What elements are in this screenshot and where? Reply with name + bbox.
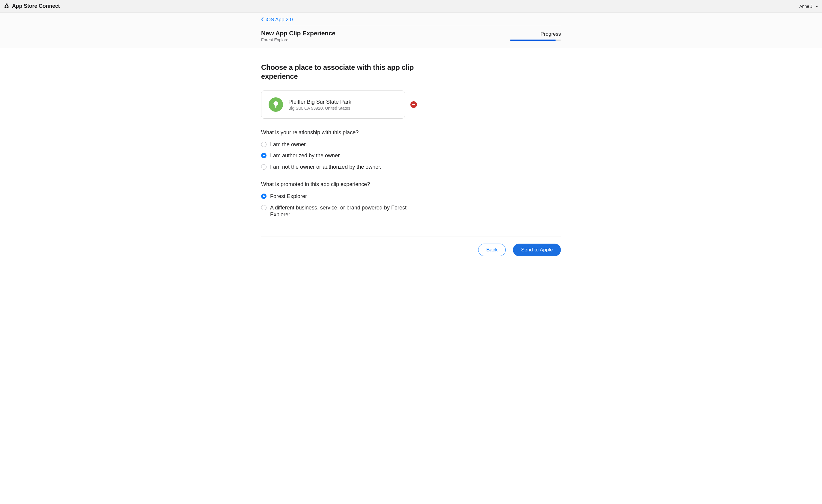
radio-different-business[interactable]: A different business, service, or brand … — [261, 204, 561, 218]
radio-label: I am not the owner or authorized by the … — [270, 163, 381, 170]
radio-forest-explorer[interactable]: Forest Explorer — [261, 193, 561, 200]
place-card[interactable]: Pfeiffer Big Sur State Park Big Sur, CA … — [261, 90, 405, 119]
minus-icon — [412, 104, 415, 105]
relationship-question: What is your relationship with this plac… — [261, 129, 561, 170]
topbar: App Store Connect Anne J. — [0, 0, 822, 13]
radio-input[interactable] — [261, 164, 267, 169]
section-title: Choose a place to associate with this ap… — [261, 63, 417, 81]
radio-input[interactable] — [261, 205, 267, 210]
subheader: iOS App 2.0 New App Clip Experience Fore… — [0, 13, 822, 48]
remove-place-button[interactable] — [410, 101, 417, 108]
radio-not-owner[interactable]: I am not the owner or authorized by the … — [261, 163, 561, 170]
progress-bar — [510, 40, 561, 41]
radio-label: A different business, service, or brand … — [270, 204, 408, 218]
radio-label: I am the owner. — [270, 141, 307, 148]
progress-bar-fill — [510, 40, 556, 41]
chevron-left-icon — [261, 17, 264, 23]
place-address: Big Sur, CA 93920, United States — [288, 106, 351, 110]
tree-icon — [269, 97, 283, 112]
question-prompt: What is promoted in this app clip experi… — [261, 181, 561, 187]
back-button[interactable]: Back — [478, 243, 506, 256]
radio-authorized[interactable]: I am authorized by the owner. — [261, 152, 561, 159]
radio-label: I am authorized by the owner. — [270, 152, 341, 159]
svg-rect-1 — [275, 105, 277, 108]
main: Choose a place to associate with this ap… — [255, 48, 567, 268]
radio-owner[interactable]: I am the owner. — [261, 141, 561, 148]
radio-input[interactable] — [261, 193, 267, 199]
progress: Progress — [510, 31, 561, 41]
radio-input[interactable] — [261, 153, 267, 158]
breadcrumb-label: iOS App 2.0 — [266, 17, 293, 23]
user-menu[interactable]: Anne J. — [800, 4, 818, 9]
app-store-icon — [4, 3, 10, 10]
radio-input[interactable] — [261, 142, 267, 147]
chevron-down-icon — [815, 4, 818, 9]
breadcrumb-back[interactable]: iOS App 2.0 — [261, 17, 293, 23]
question-prompt: What is your relationship with this plac… — [261, 129, 561, 136]
radio-label: Forest Explorer — [270, 193, 307, 200]
send-to-apple-button[interactable]: Send to Apple — [513, 243, 561, 256]
user-label: Anne J. — [800, 4, 814, 9]
footer: Back Send to Apple — [261, 236, 561, 268]
page-title: New App Clip Experience — [261, 30, 336, 37]
page-subtitle: Forest Explorer — [261, 37, 336, 42]
place-name: Pfeiffer Big Sur State Park — [288, 99, 351, 105]
progress-label: Progress — [510, 31, 561, 37]
app-name: App Store Connect — [12, 3, 60, 9]
promotion-question: What is promoted in this app clip experi… — [261, 181, 561, 218]
